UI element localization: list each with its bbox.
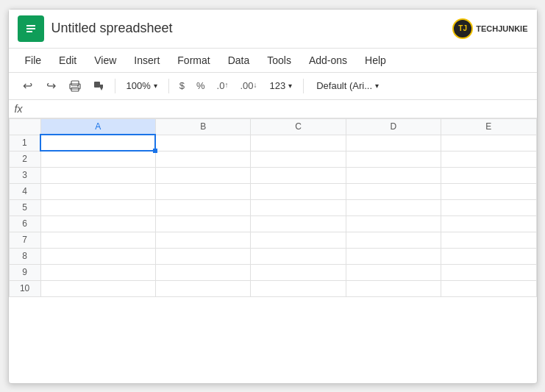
svg-rect-2 [26,28,35,29]
tj-label: TECHJUNKIE [476,24,527,33]
cell-9-B[interactable] [155,264,250,280]
sheet-grid[interactable]: A B C D E 12345678910 [9,118,537,383]
percent-button[interactable]: % [192,79,210,93]
menu-help[interactable]: Help [357,51,393,69]
cell-5-D[interactable] [346,199,441,215]
cell-5-C[interactable] [251,199,346,215]
cell-6-C[interactable] [251,215,346,232]
cell-3-B[interactable] [155,167,250,183]
cell-10-E[interactable] [441,280,536,296]
cell-9-A[interactable] [40,264,155,280]
paint-format-button[interactable] [88,76,109,96]
col-header-a[interactable]: A [40,118,155,135]
cell-8-B[interactable] [155,248,250,264]
row-header-6[interactable]: 6 [9,215,40,232]
cell-8-E[interactable] [441,248,536,264]
cell-5-E[interactable] [441,199,536,215]
cell-2-C[interactable] [251,151,346,167]
cell-6-A[interactable] [40,215,155,232]
cell-7-B[interactable] [155,232,250,248]
row-header-2[interactable]: 2 [9,151,40,167]
app-icon [18,15,44,42]
cell-8-C[interactable] [251,248,346,264]
svg-rect-3 [26,31,32,32]
row-header-10[interactable]: 10 [9,280,40,296]
cell-6-D[interactable] [346,215,441,232]
spreadsheet-window: Untitled spreadsheet TJ TECHJUNKIE File … [8,9,538,384]
menu-view[interactable]: View [87,51,124,69]
cell-2-B[interactable] [155,151,250,167]
col-header-b[interactable]: B [155,118,250,135]
menu-file[interactable]: File [18,51,49,69]
menu-edit[interactable]: Edit [51,51,84,69]
cell-4-B[interactable] [155,183,250,199]
svg-rect-7 [77,85,79,87]
number-format-selector[interactable]: 123 [264,78,297,93]
cell-1-D[interactable] [346,135,441,151]
separator-2 [168,79,169,93]
formula-bar: fx [9,100,537,118]
svg-rect-1 [26,25,35,26]
cell-2-D[interactable] [346,151,441,167]
row-header-5[interactable]: 5 [9,199,40,215]
cell-3-D[interactable] [346,167,441,183]
cell-4-D[interactable] [346,183,441,199]
cell-9-D[interactable] [346,264,441,280]
col-header-d[interactable]: D [346,118,441,135]
menu-data[interactable]: Data [221,51,257,69]
row-header-8[interactable]: 8 [9,248,40,264]
cell-9-E[interactable] [441,264,536,280]
cell-3-E[interactable] [441,167,536,183]
formula-icon: fx [15,103,29,115]
cell-10-D[interactable] [346,280,441,296]
cell-5-A[interactable] [40,199,155,215]
cell-9-C[interactable] [251,264,346,280]
formula-input[interactable] [35,103,531,114]
cell-5-B[interactable] [155,199,250,215]
cell-10-A[interactable] [40,280,155,296]
cell-7-D[interactable] [346,232,441,248]
cell-4-C[interactable] [251,183,346,199]
cell-4-A[interactable] [40,183,155,199]
menu-addons[interactable]: Add-ons [302,51,355,69]
cell-10-C[interactable] [251,280,346,296]
cell-1-B[interactable] [155,135,250,151]
redo-button[interactable]: ↪ [41,76,62,96]
cell-3-C[interactable] [251,167,346,183]
separator-1 [115,79,115,93]
zoom-selector[interactable]: 100% [121,78,163,93]
menu-tools[interactable]: Tools [260,51,299,69]
toolbar: ↩ ↪ 100% $ [9,73,537,100]
row-header-7[interactable]: 7 [9,232,40,248]
cell-7-C[interactable] [251,232,346,248]
cell-3-A[interactable] [40,167,155,183]
cell-4-E[interactable] [441,183,536,199]
cell-8-A[interactable] [40,248,155,264]
cell-2-A[interactable] [40,151,155,167]
cell-7-A[interactable] [40,232,155,248]
cell-6-E[interactable] [441,215,536,232]
cell-6-B[interactable] [155,215,250,232]
cell-7-E[interactable] [441,232,536,248]
decimal-decrease-button[interactable]: .00↓ [235,79,261,93]
cell-2-E[interactable] [441,151,536,167]
cell-1-C[interactable] [251,135,346,151]
menu-bar: File Edit View Insert Format Data Tools … [9,49,537,73]
cell-10-B[interactable] [155,280,250,296]
decimal-increase-button[interactable]: .0↑ [213,79,233,93]
menu-format[interactable]: Format [170,51,217,69]
row-header-4[interactable]: 4 [9,183,40,199]
cell-1-E[interactable] [441,135,536,151]
col-header-c[interactable]: C [251,118,346,135]
currency-button[interactable]: $ [175,79,189,93]
menu-insert[interactable]: Insert [127,51,167,69]
row-header-3[interactable]: 3 [9,167,40,183]
cell-1-A[interactable] [40,135,155,151]
col-header-e[interactable]: E [441,118,536,135]
row-header-9[interactable]: 9 [9,264,40,280]
row-header-1[interactable]: 1 [9,135,40,151]
undo-button[interactable]: ↩ [18,76,38,96]
font-selector[interactable]: Default (Ari... [310,78,398,93]
print-button[interactable] [65,76,85,96]
cell-8-D[interactable] [346,248,441,264]
